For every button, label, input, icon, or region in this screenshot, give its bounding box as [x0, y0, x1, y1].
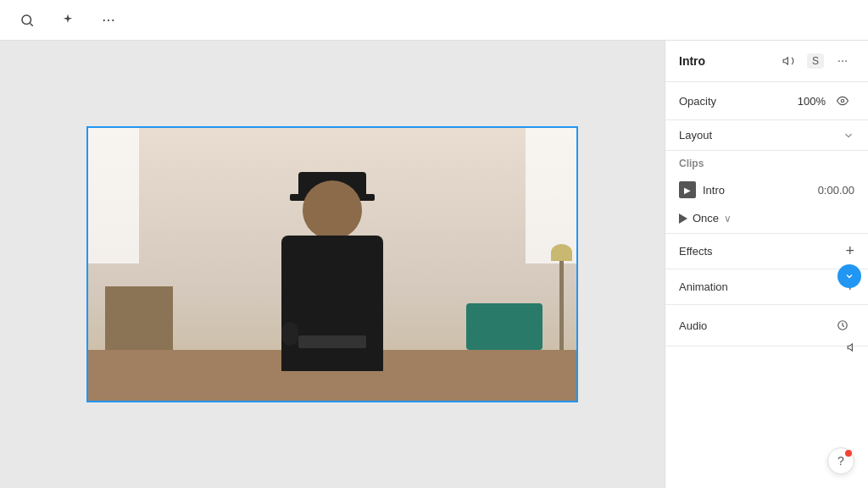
- more-options-icon[interactable]: [831, 49, 854, 73]
- svg-point-2: [103, 19, 105, 20]
- header-icons: S: [776, 49, 854, 73]
- svg-marker-11: [848, 344, 852, 351]
- intro-header: Intro S: [665, 41, 868, 82]
- layout-label: Layout: [679, 129, 712, 141]
- audio-volume-icon[interactable]: [841, 336, 865, 359]
- effects-row[interactable]: Effects +: [665, 234, 868, 269]
- audio-row[interactable]: Audio Audio repair: [665, 305, 868, 347]
- audio-icon[interactable]: [776, 49, 800, 73]
- right-panel: Intro S Opacity 100%: [665, 41, 868, 488]
- play-triangle-icon: [679, 214, 687, 224]
- once-row[interactable]: Once ∨: [665, 207, 868, 233]
- help-button[interactable]: ?: [827, 447, 854, 474]
- top-toolbar: [0, 0, 868, 41]
- opacity-label: Opacity: [679, 95, 716, 108]
- eye-icon[interactable]: [831, 89, 854, 113]
- scroll-down-button[interactable]: [837, 264, 861, 288]
- sparkle-icon[interactable]: [54, 7, 81, 34]
- search-icon[interactable]: [14, 7, 41, 34]
- notification-dot: [845, 450, 852, 457]
- svg-point-6: [838, 60, 840, 62]
- svg-point-8: [845, 60, 847, 62]
- effects-add-icon[interactable]: +: [845, 242, 854, 260]
- opacity-value-group: 100%: [798, 89, 854, 113]
- canvas-area: [0, 41, 665, 488]
- svg-marker-5: [783, 58, 787, 64]
- clip-time: 0:00.00: [818, 184, 854, 197]
- svg-point-4: [112, 19, 114, 20]
- clip-row[interactable]: ▶ Intro 0:00.00: [665, 173, 868, 207]
- clip-thumbnail-icon: ▶: [679, 181, 696, 198]
- clips-header: Clips: [665, 151, 868, 173]
- audio-label: Audio: [679, 319, 707, 332]
- opacity-row: Opacity 100%: [665, 82, 868, 120]
- effects-label: Effects: [679, 245, 713, 258]
- clips-section: Clips ▶ Intro 0:00.00 Once ∨: [665, 151, 868, 234]
- help-label: ?: [837, 454, 844, 468]
- svg-point-7: [842, 60, 843, 62]
- main-area: Intro S Opacity 100%: [0, 41, 868, 488]
- svg-line-1: [30, 23, 32, 25]
- intro-title: Intro: [679, 54, 705, 68]
- audio-clock-icon[interactable]: [831, 313, 854, 337]
- video-preview[interactable]: [86, 126, 578, 402]
- once-chevron-icon: ∨: [724, 213, 732, 225]
- layout-row[interactable]: Layout: [665, 120, 868, 151]
- clips-label: Clips: [679, 158, 704, 169]
- animation-label: Animation: [679, 280, 728, 293]
- s-badge: S: [807, 53, 824, 69]
- once-label: Once: [693, 212, 719, 225]
- svg-point-0: [22, 15, 31, 25]
- clip-name: Intro: [703, 184, 811, 197]
- more-menu-icon[interactable]: [95, 7, 122, 34]
- svg-point-3: [108, 19, 109, 20]
- opacity-value: 100%: [798, 95, 826, 108]
- chevron-down-icon: [843, 130, 854, 141]
- svg-point-9: [841, 99, 844, 103]
